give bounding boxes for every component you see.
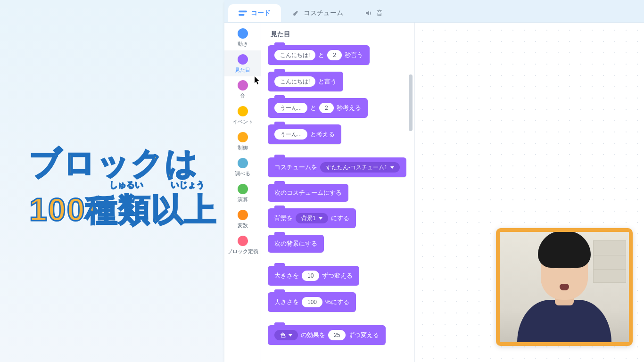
sound-icon: [365, 9, 372, 17]
dot-icon: [238, 80, 248, 90]
category-myblocks[interactable]: ブロック定義: [224, 232, 261, 258]
caption-ruby-1: しゅるい: [109, 181, 143, 190]
block-change-size[interactable]: 大きさを 10 ずつ変える: [268, 266, 359, 286]
block-text: の効果を: [301, 331, 325, 339]
dot-icon: [238, 184, 248, 194]
number-input[interactable]: 2: [319, 103, 334, 113]
dropdown-input[interactable]: 色: [274, 330, 298, 340]
dot-icon: [238, 54, 248, 65]
caption-line2: 100種類以上！: [29, 192, 250, 227]
block-text: コスチュームを: [274, 163, 317, 172]
dot-icon: [238, 28, 248, 39]
number-input[interactable]: 25: [328, 330, 346, 340]
dropdown-input[interactable]: 背景1: [296, 213, 328, 223]
number-input[interactable]: 100: [302, 297, 322, 307]
category-events[interactable]: イベント: [224, 102, 261, 128]
dot-icon: [238, 158, 248, 168]
category-control[interactable]: 制御: [224, 128, 261, 154]
number-input[interactable]: 10: [302, 271, 319, 281]
dropdown-value: 色: [280, 331, 286, 339]
category-variables[interactable]: 変数: [224, 206, 261, 232]
block-text: 次の背景にする: [274, 239, 317, 248]
text-input[interactable]: うーん...: [274, 103, 307, 113]
block-text: と: [310, 104, 316, 112]
block-text: と言う: [318, 77, 337, 86]
category-sidebar: 動き 見た目 音 イベント 制御 調べる: [224, 23, 261, 362]
block-think-for-secs[interactable]: うーん... と 2 秒考える: [268, 98, 368, 118]
text-input[interactable]: うーん...: [274, 129, 307, 140]
brush-icon: [292, 9, 300, 17]
block-text: ずつ変える: [348, 331, 379, 339]
dot-icon: [238, 210, 248, 220]
tab-sounds[interactable]: 音: [355, 4, 393, 22]
category-label: イベント: [232, 118, 253, 125]
block-next-backdrop[interactable]: 次の背景にする: [268, 235, 324, 253]
text-input[interactable]: こんにちは!: [274, 50, 315, 60]
category-label: 制御: [238, 144, 248, 151]
category-label: ブロック定義: [227, 248, 258, 255]
tab-code[interactable]: コード: [228, 4, 281, 22]
svg-rect-1: [239, 14, 245, 16]
chevron-down-icon: [319, 217, 322, 220]
text-input[interactable]: こんにちは!: [274, 76, 315, 87]
category-label: 見た目: [235, 66, 250, 74]
block-palette[interactable]: 見た目 こんにちは! と 2 秒言う こんにちは! と言う うーん...: [261, 23, 415, 362]
category-label: 変数: [238, 222, 248, 229]
number-input[interactable]: 2: [327, 50, 342, 60]
block-text: %にする: [325, 298, 349, 306]
block-change-effect[interactable]: 色 の効果を 25 ずつ変える: [268, 325, 386, 345]
dot-icon: [238, 236, 248, 246]
category-label: 調べる: [235, 170, 250, 177]
category-sound[interactable]: 音: [224, 76, 261, 102]
chevron-down-icon: [289, 334, 292, 337]
dropdown-input[interactable]: すたたん-コスチューム1: [320, 162, 400, 173]
tab-sounds-label: 音: [376, 9, 383, 17]
block-think[interactable]: うーん... と考える: [268, 124, 341, 144]
block-text: と考える: [310, 130, 335, 139]
block-switch-backdrop[interactable]: 背景を 背景1 にする: [268, 208, 356, 228]
block-say[interactable]: こんにちは! と言う: [268, 72, 343, 91]
block-text: にする: [331, 214, 349, 222]
block-text: ずつ変える: [322, 272, 353, 280]
tab-code-label: コード: [251, 9, 271, 17]
palette-heading: 見た目: [271, 30, 408, 39]
block-text: 次のコスチュームにする: [274, 189, 342, 197]
dot-icon: [238, 106, 248, 116]
category-label: 動き: [238, 41, 248, 48]
tab-costumes-label: コスチューム: [304, 9, 343, 17]
code-icon: [239, 10, 247, 16]
block-text: 秒言う: [345, 51, 363, 59]
block-text: 秒考える: [337, 104, 361, 112]
dropdown-value: 背景1: [301, 214, 316, 222]
block-text: 大きさを: [274, 298, 299, 306]
caption-line1: ブロックは: [29, 145, 250, 181]
block-set-size[interactable]: 大きさを 100 %にする: [268, 292, 356, 312]
dot-icon: [238, 132, 248, 142]
block-switch-costume[interactable]: コスチュームを すたたん-コスチューム1: [268, 157, 406, 177]
tab-costumes[interactable]: コスチューム: [282, 4, 354, 22]
presenter-video: [496, 228, 633, 346]
category-label: 音: [240, 92, 245, 99]
chevron-down-icon: [390, 166, 394, 169]
category-label: 演算: [238, 196, 248, 203]
tab-bar: コード コスチューム 音: [224, 0, 644, 23]
block-say-for-secs[interactable]: こんにちは! と 2 秒言う: [268, 45, 370, 65]
scrollbar-thumb[interactable]: [409, 74, 413, 131]
category-operators[interactable]: 演算: [224, 180, 261, 206]
dropdown-value: すたたん-コスチューム1: [326, 164, 388, 172]
caption-overlay: ブロックは しゅるい いじょう 100種類以上！: [29, 145, 250, 227]
svg-rect-0: [239, 11, 247, 13]
block-text: 大きさを: [274, 272, 299, 280]
block-text: と: [318, 51, 324, 59]
category-motion[interactable]: 動き: [224, 25, 261, 50]
block-text: 背景を: [274, 214, 293, 222]
category-sensing[interactable]: 調べる: [224, 154, 261, 180]
category-looks[interactable]: 見た目: [224, 50, 261, 76]
caption-ruby-2: いじょう: [171, 181, 205, 190]
block-next-costume[interactable]: 次のコスチュームにする: [268, 184, 348, 202]
